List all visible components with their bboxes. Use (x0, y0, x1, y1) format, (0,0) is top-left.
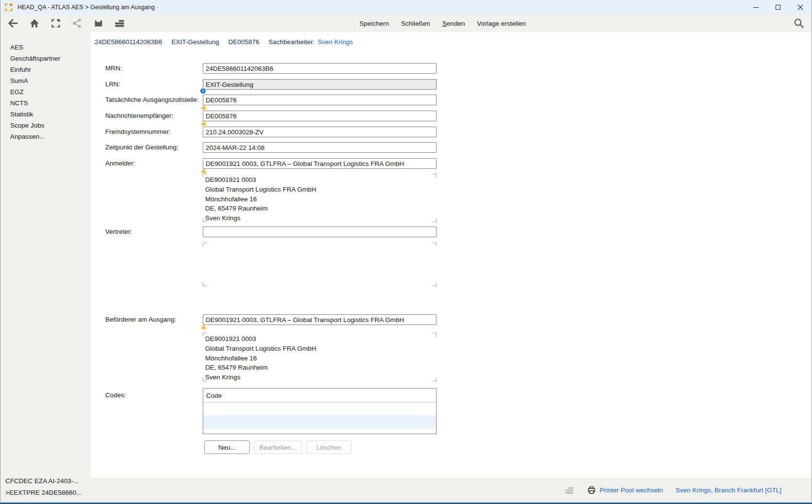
printer-pool-link[interactable]: Printer Pool wechseln (600, 487, 663, 494)
address-line: Mönchhofallee 16 (205, 354, 437, 363)
ausgangszollstelle-label: Tatsächliche Ausgangszollstelle: (105, 95, 203, 105)
fremdsystemnummer-input[interactable] (203, 127, 437, 137)
message-queue: CFCDEC EZA AI-2403-... >EEXTPRE 24DE5866… (5, 475, 81, 499)
clerk-link[interactable]: Sven Krings (318, 38, 353, 46)
warning-icon (201, 120, 207, 126)
fremdsystemnummer-label: Fremdsystemnummer: (105, 127, 203, 137)
create-template-button[interactable]: Vorlage erstellen (477, 20, 526, 27)
printer-icon (587, 486, 596, 495)
minimize-button[interactable] (745, 0, 767, 15)
warning-icon (201, 324, 207, 329)
ausgangszollstelle-input[interactable] (203, 95, 437, 105)
save-button[interactable]: Speichern (359, 20, 389, 27)
sidebar-item-suma[interactable]: SumA (0, 75, 91, 86)
codes-empty-row-selected[interactable] (203, 415, 436, 429)
befoerderer-input[interactable] (203, 314, 437, 325)
address-line: DE, 65479 Raunheim (205, 363, 437, 373)
list-rows-button[interactable] (114, 18, 125, 29)
mrn-label: MRN: (105, 63, 203, 74)
address-line: DE9001921 0003 (205, 175, 437, 185)
codes-table[interactable]: Code (203, 388, 437, 434)
back-arrow-icon (8, 18, 18, 29)
zeitpunkt-input[interactable] (203, 142, 437, 153)
printer-pool-button[interactable]: Printer Pool wechseln (587, 486, 663, 495)
sidebar-item-einfuhr[interactable]: Einfuhr (0, 64, 91, 75)
warning-icon (201, 168, 207, 173)
send-button[interactable]: Senden (442, 20, 465, 27)
vertreter-address-block (203, 243, 437, 286)
search-icon (793, 17, 805, 29)
home-icon (29, 18, 40, 29)
vertreter-input[interactable] (203, 227, 437, 237)
mrn-input[interactable] (203, 63, 437, 74)
toolbar: Speichern Schließen Senden Vorlage erste… (0, 15, 812, 32)
sidebar-item-egz[interactable]: EGZ (0, 86, 91, 98)
status-rows-icon[interactable] (565, 487, 574, 494)
anmelder-input[interactable] (203, 158, 437, 169)
list-rows-icon (114, 18, 125, 29)
share-button[interactable] (71, 18, 82, 29)
app-window: HEAD_QA - ATLAS AES > Gestellung am Ausg… (0, 0, 812, 504)
lrn-label: LRN: (105, 79, 203, 90)
header-customs-office: DE005876 (228, 38, 260, 46)
address-line: Global Transport Logistics FRA GmbH (205, 344, 437, 354)
maximize-button[interactable] (767, 0, 789, 15)
info-icon: i (200, 88, 206, 94)
sidebar-item-anpassen[interactable]: Anpassen... (0, 131, 91, 142)
sidebar-item-ncts[interactable]: NCTS (0, 98, 91, 109)
back-button[interactable] (7, 18, 18, 29)
sidebar-item-scope-jobs[interactable]: Scope Jobs (0, 120, 91, 131)
sidebar-item-aes[interactable]: AES (0, 42, 91, 53)
codes-empty-row[interactable] (203, 403, 436, 415)
address-line: Mönchhofallee 16 (205, 195, 437, 204)
close-icon (797, 4, 803, 10)
header-doc-type: EXIT-Gestellung (171, 38, 219, 46)
queue-entry[interactable]: CFCDEC EZA AI-2403-... (5, 475, 81, 487)
address-line: Sven Krings (205, 373, 437, 382)
inbox-button[interactable] (93, 18, 104, 29)
address-line: DE, 65479 Raunheim (205, 204, 437, 213)
header-mrn: 24DE586601142063B6 (95, 38, 162, 46)
share-icon (72, 18, 82, 29)
codes-new-button[interactable]: Neu... (204, 440, 250, 454)
befoerderer-label: Beförderer am Ausgang: (105, 314, 203, 325)
home-button[interactable] (29, 18, 40, 29)
main-content: 24DE586601142063B6 EXIT-Gestellung DE005… (91, 32, 812, 478)
address-line: Sven Krings (205, 213, 437, 223)
sidebar-item-statistik[interactable]: Statistik (0, 109, 91, 120)
search-button[interactable] (793, 17, 805, 30)
document-header: 24DE586601142063B6 EXIT-Gestellung DE005… (95, 38, 353, 46)
app-logo-icon (5, 3, 13, 11)
sidebar-item-geschaeftspartner[interactable]: Geschäftspartner (0, 53, 91, 64)
befoerderer-address-block: DE9001921 0003 Global Transport Logistic… (203, 333, 437, 381)
inbox-tray-icon (93, 18, 104, 29)
zeitpunkt-label: Zeitpunkt der Gestellung: (105, 142, 203, 153)
warning-icon (201, 104, 207, 110)
nachrichtenempfaenger-input[interactable] (203, 111, 437, 121)
titlebar: HEAD_QA - ATLAS AES > Gestellung am Ausg… (0, 0, 812, 15)
anmelder-address-block: DE9001921 0003 Global Transport Logistic… (203, 174, 437, 222)
statusbar: Printer Pool wechseln Sven Krings, Branc… (91, 478, 812, 503)
codes-delete-button[interactable]: Löschen (306, 440, 352, 454)
sidebar: AES Geschäftspartner Einfuhr SumA EGZ NC… (0, 32, 91, 503)
close-document-button[interactable]: Schließen (401, 20, 430, 27)
user-branch-link[interactable]: Sven Krings, Branch Frankfurt [GTL] (676, 487, 781, 494)
clerk-label: Sachbearbeiter: (269, 38, 315, 46)
codes-edit-button[interactable]: Bearbeiten... (254, 440, 302, 454)
minimize-icon (753, 7, 759, 8)
close-button[interactable] (789, 0, 812, 15)
nachrichtenempfaenger-label: Nachrichtenempfänger: (105, 111, 203, 121)
scope-brackets-icon (50, 18, 61, 29)
queue-entry[interactable]: >EEXTPRE 24DE58660... (5, 487, 81, 499)
codes-label: Codes: (105, 390, 203, 401)
address-line: DE9001921 0003 (205, 334, 437, 344)
address-line: Global Transport Logistics FRA GmbH (205, 185, 437, 195)
codes-column-header: Code (203, 389, 436, 403)
window-title: HEAD_QA - ATLAS AES > Gestellung am Ausg… (17, 4, 159, 11)
vertreter-label: Vertreter: (105, 227, 203, 237)
lrn-input[interactable] (203, 79, 437, 90)
anmelder-label: Anmelder: (105, 158, 203, 169)
scope-view-button[interactable] (50, 18, 61, 29)
maximize-icon (776, 5, 780, 10)
